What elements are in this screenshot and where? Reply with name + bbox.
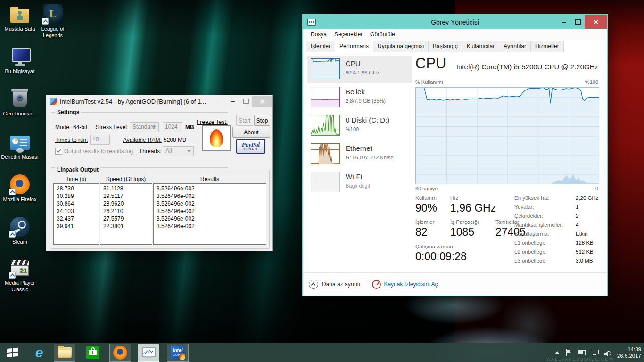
menu-dosya[interactable]: Dosya <box>307 30 330 39</box>
user-folder-icon <box>9 3 31 25</box>
tab-uygulama-gecmisi[interactable]: Uygulama geçmişi <box>373 41 429 52</box>
desktop-icon-firefox[interactable]: Mozilla Firefox <box>0 173 40 203</box>
taskbar-windows-store[interactable] <box>82 344 104 362</box>
memory-mini-graph <box>311 87 340 107</box>
threads-label[interactable]: Threads: <box>139 148 161 155</box>
taskbar-file-explorer[interactable] <box>54 344 75 362</box>
spec-label: Sanallaştırma: <box>514 231 549 237</box>
stat-label-is-parcacigi: İş Parçacığı <box>450 219 479 225</box>
stat-label-hiz: Hız <box>450 195 458 201</box>
tab-performans[interactable]: Performans <box>335 40 373 52</box>
show-hidden-icons-button[interactable] <box>555 351 560 354</box>
freeze-test-label[interactable]: Freeze Test: <box>197 119 228 125</box>
axis-label-0: 0 <box>595 186 598 191</box>
stop-button[interactable]: Stop <box>254 115 270 126</box>
steam-icon <box>9 216 31 238</box>
task-manager-app-icon <box>307 19 316 26</box>
taskbar-task-manager[interactable] <box>138 344 159 362</box>
cpu-model-subtitle: Intel(R) Core(TM) i5-5200U CPU @ 2.20GHz <box>456 63 598 71</box>
time-list[interactable]: 28.73030.289 30.86434.103 32.43739.941 <box>53 183 99 245</box>
times-to-run-label[interactable]: Times to run: <box>55 137 88 143</box>
desktop-icon-label: Geri Dönüşü... <box>0 110 40 117</box>
desktop-icon-label: League of Legends <box>33 25 73 39</box>
mode-label[interactable]: Mode: <box>55 124 71 131</box>
menu-secenekler[interactable]: Seçenekler <box>330 30 366 39</box>
action-center-flag-icon[interactable] <box>566 349 571 356</box>
sidebar-item-bellek[interactable]: Bellek 2,8/7,9 GB (35%) <box>307 84 412 111</box>
mb-unit-label: MB <box>185 124 194 131</box>
spec-value: 512 KB <box>576 249 594 255</box>
desktop-icon-label: Steam <box>0 239 40 245</box>
desktop-icon-league-of-legends[interactable]: L League of Legends <box>33 3 73 39</box>
close-button[interactable] <box>585 15 607 29</box>
available-ram-label[interactable]: Available RAM: <box>123 137 162 143</box>
less-details-button[interactable]: Daha az ayrıntı <box>322 281 360 288</box>
stress-level-select[interactable]: Standard <box>130 122 159 132</box>
spec-value: 1 <box>576 204 578 210</box>
chevron-up-icon <box>309 280 318 289</box>
minimize-button[interactable] <box>227 96 239 107</box>
tab-ayrintilar[interactable]: Ayrıntılar <box>499 41 531 52</box>
paypal-donate-button[interactable]: PayPal DONATE <box>236 139 265 154</box>
task-manager-titlebar[interactable]: Görev Yöneticisi <box>303 15 607 29</box>
output-results-checkbox[interactable] <box>55 148 62 155</box>
stress-level-label[interactable]: Stress Level: <box>96 124 128 131</box>
start-button[interactable] <box>0 343 25 362</box>
tab-hizmetler[interactable]: Hizmetler <box>530 41 564 52</box>
close-button[interactable] <box>252 96 272 107</box>
intelburntest-titlebar[interactable]: IntelBurnTest v2.54 - by AgentGOD [Burni… <box>46 95 272 107</box>
tab-islemler[interactable]: İşlemler <box>306 41 335 52</box>
desktop-icon-control-panel[interactable]: Denetim Masası <box>0 131 40 160</box>
speed-list[interactable]: 31.112829.5117 28.962026.2110 27.557922.… <box>100 183 152 245</box>
file-explorer-icon <box>58 347 72 358</box>
stat-label-kullanim: Kullanım <box>415 195 437 201</box>
internet-explorer-icon: e <box>35 346 43 360</box>
about-button[interactable]: About <box>232 127 270 138</box>
spec-value: 128 KB <box>576 240 594 246</box>
maximize-button[interactable] <box>571 15 585 29</box>
cpu-usage-graph <box>415 87 599 184</box>
disk-mini-graph <box>311 115 340 136</box>
task-manager-icon <box>141 347 156 358</box>
tab-baslangic[interactable]: Başlangıç <box>428 41 462 52</box>
start-button[interactable]: Start <box>236 115 253 126</box>
ethernet-mini-graph <box>311 143 340 164</box>
desktop-icon-this-pc[interactable]: Bu bilgisayar <box>0 45 40 74</box>
sidebar-item-ethernet[interactable]: Ethernet G: 56,0 A: 272 Kb/sn <box>307 140 412 168</box>
times-to-run-input[interactable]: 10 <box>90 135 110 145</box>
threads-select[interactable]: All <box>163 146 194 156</box>
minimize-button[interactable] <box>557 15 571 29</box>
results-list[interactable]: 3.526496e-0023.526496e-002 3.526496e-002… <box>153 183 266 245</box>
menu-goruntule[interactable]: Görüntüle <box>366 30 399 39</box>
stat-value-hiz: 1,96 GHz <box>450 202 496 214</box>
battery-icon[interactable] <box>578 350 586 355</box>
problem-size-input[interactable]: 1024 <box>163 122 182 132</box>
network-icon[interactable] <box>592 350 598 355</box>
taskbar-internet-explorer[interactable]: e <box>28 344 50 362</box>
desktop-icon-media-player-classic[interactable]: 21 Media Player Classic <box>0 257 40 293</box>
open-resource-monitor-link[interactable]: Kaynak İzleyicisini Aç <box>384 281 438 288</box>
spec-value: 2,20 GHz <box>576 195 599 201</box>
intelburntest-title: IntelBurnTest v2.54 - by AgentGOD [Burni… <box>60 98 206 105</box>
recycle-bin-icon: ♻ <box>9 88 31 109</box>
taskbar-intelburntest[interactable]: intel CORE <box>167 344 189 362</box>
axis-label-60s: 60 saniye <box>415 186 438 191</box>
taskbar-firefox[interactable] <box>109 344 131 362</box>
tab-kullanicilar[interactable]: Kullanıcılar <box>462 41 499 52</box>
sidebar-item-wifi[interactable]: Wi-Fi Bağlı değil <box>307 169 412 196</box>
computer-icon <box>9 45 31 67</box>
freeze-test-flame-image[interactable] <box>202 125 231 151</box>
firefox-icon <box>113 346 127 360</box>
taskbar-clock[interactable]: 14:39 26.6.2017 <box>617 346 641 359</box>
sidebar-item-cpu[interactable]: CPU 90% 1,96 GHz <box>307 56 412 83</box>
taskbar: e intel CORE <box>0 343 644 362</box>
resource-monitor-icon <box>372 280 381 289</box>
sidebar-item-disk[interactable]: 0 Diski (C: D:) %100 <box>307 112 412 140</box>
desktop-icon-recycle-bin[interactable]: ♻ Geri Dönüşü... <box>0 88 40 117</box>
desktop-icon-steam[interactable]: Steam <box>0 216 40 245</box>
stat-label-islemler: İşlemler <box>415 219 434 225</box>
shortcut-arrow-icon <box>9 189 16 195</box>
volume-icon[interactable] <box>604 350 611 355</box>
stat-value-calisma-zamani: 0:00:09:28 <box>415 250 467 263</box>
maximize-button[interactable] <box>239 96 252 107</box>
